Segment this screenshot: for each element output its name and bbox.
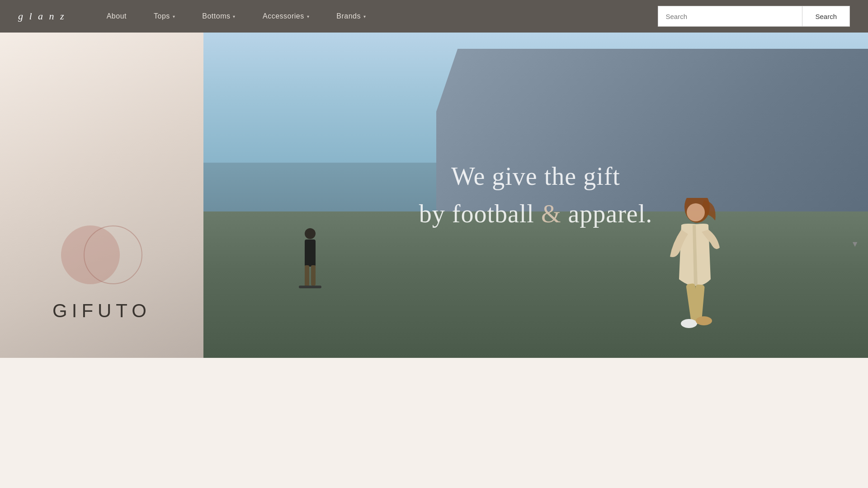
circle-right-icon <box>84 225 142 284</box>
search-area: Search <box>658 6 850 27</box>
svg-rect-2 <box>305 265 309 288</box>
gifuto-brand-name: GIFUTO <box>52 300 151 322</box>
search-button[interactable]: Search <box>802 6 850 27</box>
search-input[interactable] <box>658 6 802 27</box>
nav-links: About Tops ▾ Bottoms ▾ Accessories ▾ Bra… <box>93 0 658 33</box>
accessories-chevron-icon: ▾ <box>307 14 310 19</box>
hero-line2-ampersand: & <box>534 200 568 228</box>
scroll-down-icon: ▼ <box>851 239 859 249</box>
hero-line2-part2: apparel. <box>568 200 652 228</box>
hero-right-panel: We give the gift by football & apparel. <box>203 33 868 358</box>
nav-tops[interactable]: Tops ▾ <box>140 0 189 33</box>
gifuto-logo: GIFUTO <box>52 219 151 322</box>
svg-rect-1 <box>305 239 316 267</box>
gifuto-circles-graphic <box>57 219 147 291</box>
nav-bottoms[interactable]: Bottoms ▾ <box>189 0 249 33</box>
hero-section: GIFUTO <box>0 33 868 488</box>
hero-left-panel: GIFUTO <box>0 33 203 358</box>
tops-chevron-icon: ▾ <box>173 14 175 19</box>
hero-overlay-text: We give the gift by football & apparel. <box>377 160 694 230</box>
brands-chevron-icon: ▾ <box>363 14 366 19</box>
navbar: g l a n z About Tops ▾ Bottoms ▾ Accesso… <box>0 0 868 33</box>
nav-brands[interactable]: Brands ▾ <box>323 0 379 33</box>
svg-point-9 <box>681 319 697 328</box>
hero-line1: We give the gift <box>377 160 694 193</box>
svg-point-10 <box>696 316 712 325</box>
svg-point-0 <box>305 228 316 239</box>
bottoms-chevron-icon: ▾ <box>233 14 236 19</box>
site-logo[interactable]: g l a n z <box>18 10 66 22</box>
nav-accessories[interactable]: Accessories ▾ <box>249 0 323 33</box>
hero-bottom-section <box>0 358 868 488</box>
hero-line2-part1: by football <box>419 200 534 228</box>
svg-rect-3 <box>311 265 316 286</box>
svg-rect-4 <box>299 286 321 288</box>
hero-line2: by football & apparel. <box>377 197 694 230</box>
nav-about[interactable]: About <box>93 0 140 33</box>
person-skater-figure <box>297 227 324 299</box>
